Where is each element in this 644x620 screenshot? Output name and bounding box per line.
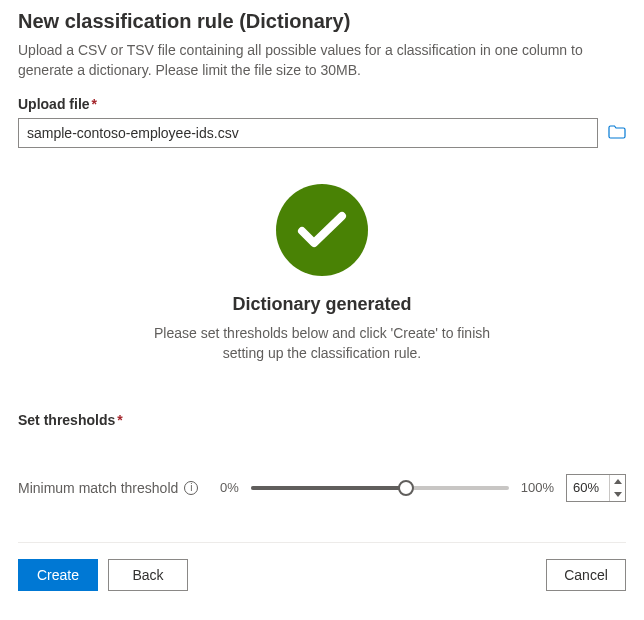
info-icon[interactable]: i: [184, 481, 198, 495]
scale-min-label: 0%: [220, 480, 239, 495]
set-thresholds-label: Set thresholds*: [18, 412, 626, 428]
upload-file-input[interactable]: [18, 118, 598, 148]
spin-up-button[interactable]: [610, 475, 625, 488]
min-match-threshold-label: Minimum match threshold: [18, 480, 178, 496]
upload-file-label: Upload file*: [18, 96, 626, 112]
spin-down-button[interactable]: [610, 488, 625, 501]
status-title: Dictionary generated: [142, 294, 502, 315]
cancel-button[interactable]: Cancel: [546, 559, 626, 591]
page-title: New classification rule (Dictionary): [18, 10, 626, 33]
success-check-icon: [276, 184, 368, 276]
required-asterisk: *: [117, 412, 122, 428]
status-subtitle: Please set thresholds below and click 'C…: [142, 323, 502, 364]
page-description: Upload a CSV or TSV file containing all …: [18, 41, 626, 80]
threshold-slider[interactable]: [251, 480, 509, 496]
back-button[interactable]: Back: [108, 559, 188, 591]
scale-max-label: 100%: [521, 480, 554, 495]
create-button[interactable]: Create: [18, 559, 98, 591]
threshold-spin-input[interactable]: 60%: [566, 474, 626, 502]
slider-thumb[interactable]: [398, 480, 414, 496]
threshold-value: 60%: [567, 475, 609, 501]
required-asterisk: *: [92, 96, 97, 112]
browse-folder-icon[interactable]: [608, 125, 626, 142]
